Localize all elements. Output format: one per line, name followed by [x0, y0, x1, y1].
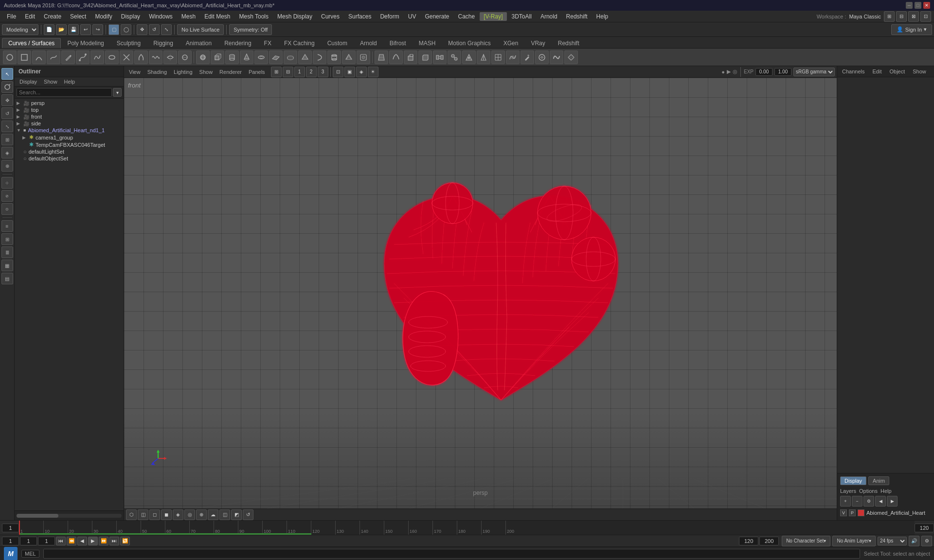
outliner-show-menu[interactable]: Show	[41, 78, 60, 85]
shelf-tab-mash[interactable]: MASH	[413, 38, 442, 48]
shelf-icon-bezier[interactable]	[76, 51, 90, 64]
shelf-tab-bifrost[interactable]: Bifrost	[383, 38, 413, 48]
outliner-help-menu[interactable]: Help	[61, 78, 78, 85]
menu-redshift[interactable]: Redshift	[562, 12, 592, 21]
sign-in-button[interactable]: 👤 Sign In ▾	[891, 24, 932, 35]
menu-edit-mesh[interactable]: Edit Mesh	[200, 12, 234, 21]
shelf-icon-deform2[interactable]	[389, 51, 403, 64]
viewport-show-menu[interactable]: Show	[197, 69, 216, 75]
shelf-icon-sculpt[interactable]	[535, 51, 549, 64]
outliner-item-lightset[interactable]: ○ defaultLightSet	[15, 148, 124, 155]
universal-btn[interactable]: ⊞	[1, 134, 13, 145]
new-scene-btn[interactable]: 📄	[44, 24, 54, 35]
shelf-icon-plane[interactable]	[269, 51, 283, 64]
workspace-btn3[interactable]: ⊠	[908, 11, 919, 22]
shelf-icon-mirror[interactable]	[163, 51, 177, 64]
mel-button[interactable]: MEL	[21, 550, 39, 558]
shelf-tab-animation[interactable]: Animation	[180, 38, 218, 48]
modeling-dropdown[interactable]: Modeling	[2, 24, 38, 35]
go-start-btn[interactable]: ⏮	[56, 537, 66, 545]
shelf-icon-bridge[interactable]	[433, 51, 447, 64]
shelf-icon-curve3[interactable]	[120, 51, 133, 64]
outliner-item-front[interactable]: ▶ 🎥 front	[15, 113, 124, 120]
shelf-tab-sculpting[interactable]: Sculpting	[110, 38, 147, 48]
menu-help[interactable]: Help	[593, 12, 612, 21]
go-end-btn[interactable]: ⏭	[109, 537, 119, 545]
outliner-item-persp[interactable]: ▶ 🎥 persp	[15, 100, 124, 106]
select-mode-btn[interactable]: ↖	[1, 68, 13, 80]
vp-bottom-btn7[interactable]: ⊕	[196, 509, 207, 520]
close-button[interactable]: ✕	[923, 2, 930, 9]
shelf-icon-deform1[interactable]	[375, 51, 388, 64]
shelf-icon-pipe[interactable]	[327, 51, 341, 64]
transform-btn[interactable]: ✥	[137, 24, 147, 35]
paint-select-btn[interactable]	[1, 81, 13, 93]
menu-3dtoall[interactable]: 3DToAll	[508, 12, 536, 21]
options-option[interactable]: Options	[859, 488, 878, 494]
delete-layer-btn[interactable]: −	[852, 496, 862, 507]
outliner-item-side[interactable]: ▶ 🎥 side	[15, 120, 124, 127]
menu-generate[interactable]: Generate	[421, 12, 453, 21]
shelf-tab-xgen[interactable]: XGen	[497, 38, 525, 48]
outliner-item-camera-group[interactable]: ▶ ✱ camera1_group	[15, 134, 124, 141]
fps-select[interactable]: 24 fps 30 fps	[878, 537, 907, 545]
layer-options-btn[interactable]: ⚙	[863, 496, 874, 507]
shelf-icon-sphere[interactable]	[196, 51, 210, 64]
save-btn[interactable]: 💾	[68, 24, 79, 35]
timeline-bar[interactable]: 1 10 20 30 40 50 60 70 80 90 100 110 120…	[19, 521, 915, 535]
vp-bottom-btn11[interactable]: ↺	[243, 509, 253, 520]
outliner-item-objectset[interactable]: ○ defaultObjectSet	[15, 155, 124, 162]
timeline-start-frame-input[interactable]	[2, 524, 19, 532]
shelf-icon-wave[interactable]	[149, 51, 162, 64]
display-tab[interactable]: Display	[840, 476, 866, 485]
shelf-tab-vray[interactable]: VRay	[524, 38, 551, 48]
shelf-tab-rendering[interactable]: Rendering	[218, 38, 257, 48]
menu-modify[interactable]: Modify	[91, 12, 116, 21]
shelf-tab-fx-caching[interactable]: FX Caching	[278, 38, 321, 48]
menu-uv[interactable]: UV	[404, 12, 420, 21]
snap-grid-btn[interactable]: ⊹	[1, 177, 13, 189]
timeline-range-bar[interactable]	[19, 533, 311, 535]
menu-create[interactable]: Create	[40, 12, 65, 21]
shelf-tab-custom[interactable]: Custom	[321, 38, 354, 48]
vp-bottom-btn2[interactable]: ◫	[138, 509, 148, 520]
shelf-icon-platonic[interactable]	[342, 51, 356, 64]
shelf-tab-motion-graphics[interactable]: Motion Graphics	[442, 38, 497, 48]
rotate-btn[interactable]: ↺	[149, 24, 160, 35]
viewport-panels-menu[interactable]: Panels	[246, 69, 268, 75]
show-tab[interactable]: Show	[911, 68, 928, 75]
prev-layer-btn[interactable]: ◀	[875, 496, 886, 507]
play-btn[interactable]: ▶	[88, 537, 98, 545]
layer-editor-btn[interactable]: ≡	[1, 220, 13, 232]
shelf-tab-rigging[interactable]: Rigging	[147, 38, 180, 48]
shelf-icon-curve4[interactable]	[134, 51, 148, 64]
rotate-btn[interactable]: ↺	[1, 107, 13, 119]
play-back-btn[interactable]: ◀	[77, 537, 87, 545]
menu-display[interactable]: Display	[117, 12, 144, 21]
menu-windows[interactable]: Windows	[145, 12, 177, 21]
shelf-tab-curves-surfaces[interactable]: Curves / Surfaces	[2, 38, 61, 48]
no-anim-dropdown[interactable]: No Anim Layer▾	[832, 536, 876, 546]
shelf-icon-lattice[interactable]	[491, 51, 505, 64]
soft-mod-btn[interactable]: ◈	[1, 147, 13, 158]
outliner-item-abiomed[interactable]: ▼ ■ Abiomed_Artificial_Heart_nd1_1	[15, 127, 124, 134]
menu-file[interactable]: File	[3, 12, 20, 21]
move-btn[interactable]: ✥	[1, 94, 13, 106]
vp-wireframe-btn[interactable]: ⊡	[333, 67, 343, 77]
shelf-icon-curve2[interactable]	[105, 51, 119, 64]
symmetry-indicator[interactable]: Symmetry: Off	[229, 24, 272, 35]
vp-zoom-btn[interactable]: ⊟	[283, 67, 293, 77]
shelf-icon-pencil[interactable]	[61, 51, 75, 64]
live-surface-indicator[interactable]: No Live Surface	[177, 24, 224, 35]
shelf-icon-wrap[interactable]	[506, 51, 520, 64]
menu-edit[interactable]: Edit	[21, 12, 39, 21]
shelf-icon-cone[interactable]	[240, 51, 253, 64]
shelf-icon-disk[interactable]	[284, 51, 297, 64]
exposure-input[interactable]	[755, 68, 772, 76]
viewport-view-menu[interactable]: View	[126, 69, 144, 75]
shelf-icon-square[interactable]	[18, 51, 31, 64]
shelf-icon-ep-curve[interactable]	[90, 51, 104, 64]
menu-mesh-display[interactable]: Mesh Display	[273, 12, 316, 21]
shelf-icon-paint[interactable]	[521, 51, 534, 64]
vp-mode2-btn[interactable]: 2	[306, 67, 317, 77]
